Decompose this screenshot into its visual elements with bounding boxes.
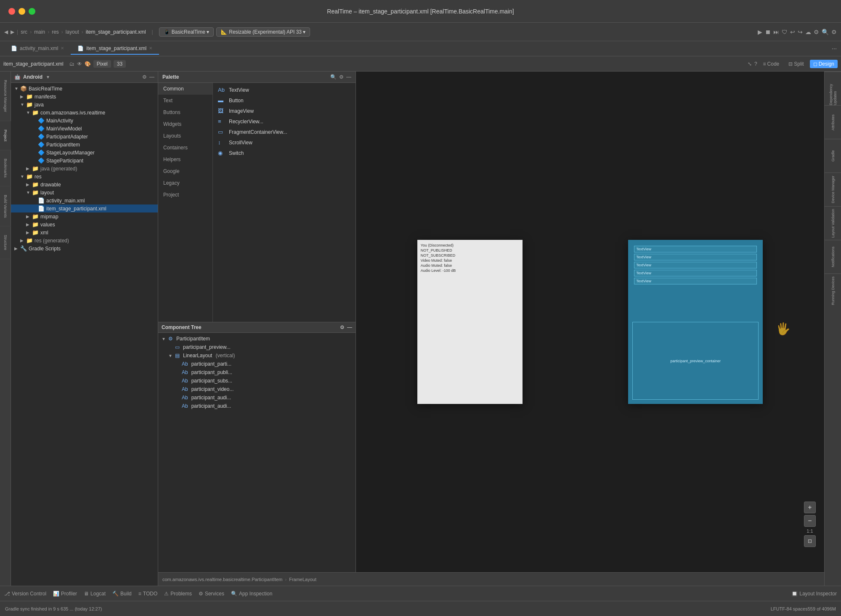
project-tab[interactable]: Project [0,121,11,150]
comp-item-audio2[interactable]: Ab participant_audi... [158,402,356,410]
run-icon[interactable]: ▶ [758,29,762,35]
tree-item-basicrealtime[interactable]: ▼ 📦 BasicRealTime [11,85,158,93]
tree-item-res[interactable]: ▼ 📁 res [11,173,158,181]
search-icon[interactable]: 🔍 [822,29,829,35]
palette-search-icon[interactable]: 🔍 [330,74,337,80]
palette-cat-layouts[interactable]: Layouts [158,130,212,142]
palette-minimize-icon[interactable]: — [346,74,351,80]
logcat-item[interactable]: 🖥 Logcat [84,591,106,597]
running-devices-tab[interactable]: Running Devices [825,273,841,307]
tree-item-item-stage[interactable]: 📄 item_stage_participant.xml [11,204,158,212]
split-mode-btn[interactable]: ⊟ Split [785,60,807,68]
forward-icon[interactable]: ▶ [11,29,14,35]
comp-item-linearlayout[interactable]: ▼ ▤ LinearLayout (vertical) [158,351,356,360]
comp-tree-settings-icon[interactable]: ⚙ [340,324,345,330]
design-mode-btn[interactable]: ◻ Design [810,60,838,68]
close-tab-item[interactable]: ✕ [149,46,152,50]
api-label[interactable]: 33 [114,60,126,68]
comp-item-video[interactable]: Ab participant_video... [158,385,356,393]
fit-screen-btn[interactable]: ⊡ [804,535,816,547]
layer-icon[interactable]: 🗂 [69,61,74,67]
app-inspection-item[interactable]: 🔍 App Inspection [231,591,272,597]
tree-item-manifests[interactable]: ▶ 📁 manifests [11,93,158,101]
panel-settings-icon[interactable]: ⚙ [142,74,147,80]
palette-cat-google[interactable]: Google [158,165,212,177]
stop-icon[interactable]: ⏹ [765,29,771,35]
palette-cat-text[interactable]: Text [158,95,212,106]
comp-item-preview[interactable]: ▭ participant_preview... [158,343,356,351]
tree-item-package[interactable]: ▼ 📁 com.amazonaws.ivs.realtime [11,109,158,117]
tree-item-mipmap[interactable]: ▶ 📁 mipmap [11,212,158,220]
bookmarks-tab[interactable]: Bookmarks [0,150,11,186]
notifications-tab[interactable]: Notifications [825,240,841,273]
build-item[interactable]: 🔨 Build [112,591,132,597]
comp-item-subs[interactable]: Ab participant_subs... [158,377,356,385]
tree-item-layout[interactable]: ▼ 📁 layout [11,189,158,196]
tree-item-res-generated[interactable]: ▶ 📁 res (generated) [11,236,158,244]
redo-icon[interactable]: ↪ [798,29,803,35]
services-item[interactable]: ⚙ Services [199,591,224,597]
palette-cat-containers[interactable]: Containers [158,142,212,154]
palette-item-textview[interactable]: Ab TextView [213,85,356,95]
config-selector[interactable]: 📱 BasicRealTime ▾ [159,27,214,37]
expand-icon[interactable]: ⤡ [748,61,752,67]
palette-cat-helpers[interactable]: Helpers [158,154,212,165]
layout-validation-tab[interactable]: Layout Validation [825,206,841,240]
tree-item-drawable[interactable]: ▶ 📁 drawable [11,181,158,189]
attributes-tab[interactable]: Attributes [825,105,841,139]
panel-minimize-icon[interactable]: — [149,74,154,80]
tab-item-stage[interactable]: 📄 item_stage_participant.xml ✕ [71,43,159,55]
tree-item-participantadapter[interactable]: 🔷 ParticipantAdapter [11,133,158,141]
design-eye-icon[interactable]: 👁 [77,61,82,67]
tree-item-java[interactable]: ▼ 📁 java [11,101,158,109]
tree-item-gradle-scripts[interactable]: ▶ 🔧 Gradle Scripts [11,244,158,252]
device-selector[interactable]: 📐 Resizable (Experimental) API 33 ▾ [216,27,310,37]
palette-item-scrollview[interactable]: ↕ ScrollView [213,137,356,148]
zoom-in-btn[interactable]: + [804,502,816,513]
tree-item-stageparticipant[interactable]: 🔷 StageParticipant [11,157,158,165]
tab-more-icon[interactable]: ⋯ [832,46,837,52]
tree-item-java-generated[interactable]: ▶ 📁 java (generated) [11,165,158,173]
device-manager-tab[interactable]: Device Manager [825,173,841,206]
pixel-label[interactable]: Pixel [93,60,111,68]
tree-item-mainactivity[interactable]: 🔷 MainActivity [11,117,158,125]
tree-item-activity-main[interactable]: 📄 activity_main.xml [11,196,158,204]
help-icon[interactable]: ? [754,61,757,67]
sync-icon[interactable]: ☁ [805,29,811,35]
settings-icon[interactable]: ⚙ [814,29,819,35]
palette-item-fragment[interactable]: ▭ FragmentContainerView... [213,127,356,137]
comp-item-audio1[interactable]: Ab participant_audi... [158,393,356,402]
resource-manager-tab[interactable]: Resource Manager [0,72,11,121]
layout-inspector-item[interactable]: 🔲 Layout Inspector [791,591,837,597]
shield-icon[interactable]: 🛡 [782,29,788,35]
gradle-tab[interactable]: Gradle [825,139,841,173]
palette-item-imageview[interactable]: 🖼 ImageView [213,106,356,116]
todo-item[interactable]: ≡ TODO [138,591,157,597]
palette-cat-widgets[interactable]: Widgets [158,118,212,130]
minimize-button[interactable] [19,8,25,15]
palette-item-switch[interactable]: ◉ Switch [213,148,356,158]
more-icon[interactable]: ⚙ [831,29,837,35]
palette-cat-legacy[interactable]: Legacy [158,177,212,189]
palette-item-recyclerview[interactable]: ≡ RecyclerView... [213,116,356,127]
comp-item-participantitem[interactable]: ▼ ⚙ ParticipantItem [158,335,356,343]
undo-icon[interactable]: ↩ [790,29,795,35]
maximize-button[interactable] [29,8,35,15]
dropdown-icon[interactable]: ▾ [47,74,49,80]
tab-activity-main[interactable]: 📄 activity_main.xml ✕ [4,43,71,55]
comp-item-publi[interactable]: Ab participant_publi... [158,368,356,377]
code-mode-btn[interactable]: ≡ Code [760,60,783,68]
comp-tree-minimize-icon[interactable]: — [347,324,352,330]
tree-item-participantitem[interactable]: 🔷 ParticipantItem [11,141,158,149]
palette-cat-buttons[interactable]: Buttons [158,106,212,118]
comp-item-parti[interactable]: Ab participant_parti... [158,360,356,368]
build-variants-tab[interactable]: Build Variants [0,186,11,227]
tree-item-xml[interactable]: ▶ 📁 xml [11,228,158,236]
zoom-out-btn[interactable]: − [804,515,816,527]
back-icon[interactable]: ◀ [4,29,8,35]
palette-cat-project[interactable]: Project [158,189,212,201]
tree-item-values[interactable]: ▶ 📁 values [11,220,158,228]
theme-icon[interactable]: 🎨 [85,61,91,67]
structure-tab[interactable]: Structure [0,226,11,259]
tree-item-mainviewmodel[interactable]: 🔷 MainViewModel [11,125,158,133]
